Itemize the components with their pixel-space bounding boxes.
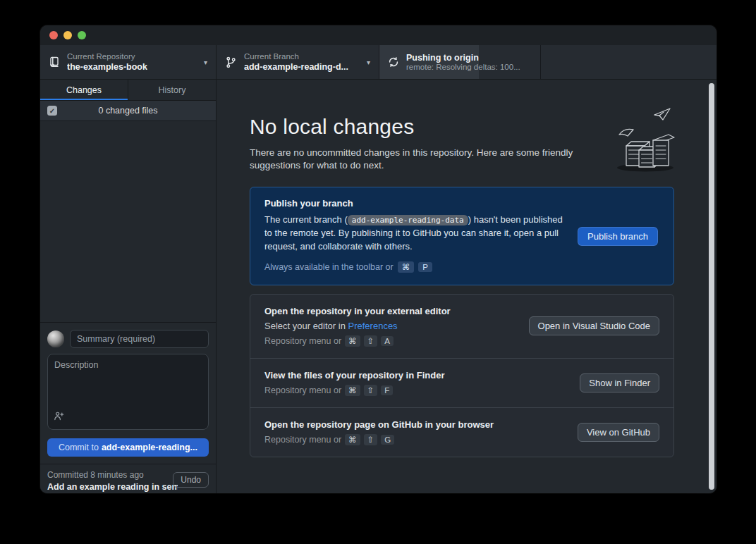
p-key: P bbox=[418, 262, 432, 272]
shift-key: ⇧ bbox=[364, 335, 378, 347]
suggestion-title: Open the repository in your external edi… bbox=[264, 306, 451, 316]
suggestion-title: Open the repository page on GitHub in yo… bbox=[264, 419, 494, 430]
changed-files-header: ✓ 0 changed files bbox=[40, 101, 216, 121]
sidebar: Changes History ✓ 0 changed files bbox=[40, 80, 217, 493]
commit-summary-input[interactable] bbox=[70, 330, 209, 348]
push-title: Pushing to origin bbox=[406, 53, 520, 63]
publish-hint-text: Always available in the toolbar or bbox=[264, 262, 394, 272]
toolbar: Current Repository the-examples-book ▾ bbox=[40, 45, 717, 80]
push-to-origin-button[interactable]: Pushing to origin remote: Resolving delt… bbox=[379, 45, 541, 79]
a-key: A bbox=[381, 336, 394, 346]
open-in-editor-button[interactable]: Open in Visual Studio Code bbox=[529, 316, 659, 335]
shift-key: ⇧ bbox=[364, 434, 378, 445]
suggestion-row-github: Open the repository page on GitHub in yo… bbox=[250, 407, 673, 457]
publish-panel-body: The current branch (add-example-reading-… bbox=[264, 214, 571, 254]
commit-form: Commit toadd-example-reading... bbox=[40, 322, 216, 464]
sync-icon bbox=[388, 56, 399, 68]
tab-changes[interactable]: Changes bbox=[40, 80, 128, 100]
publish-branch-button[interactable]: Publish branch bbox=[578, 227, 658, 246]
suggestion-row-external-editor: Open the repository in your external edi… bbox=[250, 295, 673, 358]
current-branch-value: add-example-reading-d... bbox=[244, 62, 348, 72]
cmd-key: ⌘ bbox=[345, 434, 360, 445]
show-in-finder-button[interactable]: Show in Finder bbox=[580, 373, 659, 392]
current-branch-dropdown[interactable]: Current Branch add-example-reading-d... … bbox=[217, 45, 379, 79]
suggestion-hint: Repository menu or ⌘ ⇧ F bbox=[264, 385, 444, 396]
minimize-window-button[interactable] bbox=[63, 31, 72, 39]
changes-list-empty-area bbox=[40, 121, 216, 322]
hint-text: Repository menu or bbox=[264, 336, 341, 346]
repo-icon bbox=[49, 56, 60, 68]
suggestion-row-finder: View the files of your repository in Fin… bbox=[250, 358, 673, 407]
suggestions-panel: Open the repository in your external edi… bbox=[250, 294, 674, 457]
suggestion-text: Open the repository in your external edi… bbox=[264, 306, 451, 347]
current-branch-label: Current Branch bbox=[244, 52, 348, 61]
tab-history[interactable]: History bbox=[128, 80, 216, 100]
cmd-key: ⌘ bbox=[398, 261, 415, 273]
user-avatar bbox=[47, 330, 64, 347]
page-subtitle: There are no uncommitted changes in this… bbox=[250, 147, 613, 172]
git-branch-icon bbox=[225, 56, 237, 68]
add-coauthor-icon[interactable] bbox=[54, 411, 64, 424]
current-repository-value: the-examples-book bbox=[67, 62, 147, 72]
traffic-lights bbox=[49, 31, 86, 39]
sidebar-tabs: Changes History bbox=[40, 80, 216, 101]
titlebar bbox=[40, 25, 717, 45]
no-changes-illustration bbox=[612, 106, 677, 177]
cmd-key: ⌘ bbox=[345, 335, 360, 347]
publish-panel-title: Publish your branch bbox=[264, 198, 659, 209]
chevron-down-icon: ▾ bbox=[361, 58, 370, 66]
close-window-button[interactable] bbox=[49, 31, 58, 39]
desktop-background: Current Repository the-examples-book ▾ bbox=[0, 0, 756, 544]
chevron-down-icon: ▾ bbox=[198, 58, 207, 66]
suggestion-text: View the files of your repository in Fin… bbox=[264, 370, 444, 396]
last-commit-bar: Committed 8 minutes ago Add an example r… bbox=[40, 464, 216, 493]
github-desktop-window: Current Repository the-examples-book ▾ bbox=[40, 25, 717, 493]
suggestion-hint: Repository menu or ⌘ ⇧ G bbox=[264, 434, 494, 445]
undo-commit-button[interactable]: Undo bbox=[173, 472, 209, 488]
f-key: F bbox=[381, 385, 393, 395]
vertical-scrollbar[interactable] bbox=[709, 83, 714, 490]
push-subtitle: remote: Resolving deltas: 100... bbox=[406, 63, 520, 71]
push-status-text: Pushing to origin remote: Resolving delt… bbox=[406, 53, 520, 71]
current-repository-text: Current Repository the-examples-book bbox=[67, 52, 147, 72]
main-content: No local changes There are no uncommitte… bbox=[217, 80, 717, 493]
current-branch-text: Current Branch add-example-reading-d... bbox=[244, 52, 348, 72]
editor-line-prefix: Select your editor in bbox=[264, 321, 348, 331]
zoom-window-button[interactable] bbox=[78, 31, 86, 39]
commit-button-branch: add-example-reading... bbox=[102, 443, 197, 452]
commit-button[interactable]: Commit toadd-example-reading... bbox=[47, 438, 209, 457]
hint-text: Repository menu or bbox=[264, 435, 341, 445]
select-all-checkbox[interactable]: ✓ bbox=[47, 106, 57, 116]
suggestion-title: View the files of your repository in Fin… bbox=[264, 370, 444, 381]
current-repository-label: Current Repository bbox=[67, 52, 147, 61]
shift-key: ⇧ bbox=[364, 385, 378, 396]
publish-hint: Always available in the toolbar or ⌘ P bbox=[264, 261, 659, 273]
suggestion-line: Select your editor in Preferences bbox=[264, 321, 451, 331]
suggestion-hint: Repository menu or ⌘ ⇧ A bbox=[264, 335, 451, 347]
publish-branch-panel: Publish your branch The current branch (… bbox=[250, 187, 674, 285]
branch-name-code: add-example-reading-data bbox=[348, 215, 468, 225]
current-repository-dropdown[interactable]: Current Repository the-examples-book ▾ bbox=[40, 45, 217, 79]
commit-description-box bbox=[47, 354, 209, 430]
g-key: G bbox=[381, 435, 394, 445]
last-commit-message: Add an example reading in semi-... bbox=[47, 482, 178, 492]
view-on-github-button[interactable]: View on GitHub bbox=[578, 423, 659, 442]
changed-files-count: 0 changed files bbox=[98, 106, 157, 116]
commit-summary-row bbox=[47, 330, 209, 348]
hint-text: Repository menu or bbox=[264, 385, 341, 395]
preferences-link[interactable]: Preferences bbox=[348, 321, 398, 331]
window-body: Changes History ✓ 0 changed files bbox=[40, 80, 717, 493]
cmd-key: ⌘ bbox=[345, 385, 360, 396]
commit-description-input[interactable] bbox=[48, 354, 208, 415]
suggestion-text: Open the repository page on GitHub in yo… bbox=[264, 419, 494, 445]
commit-button-prefix: Commit to bbox=[59, 443, 99, 452]
publish-body-before: The current branch ( bbox=[264, 214, 348, 225]
